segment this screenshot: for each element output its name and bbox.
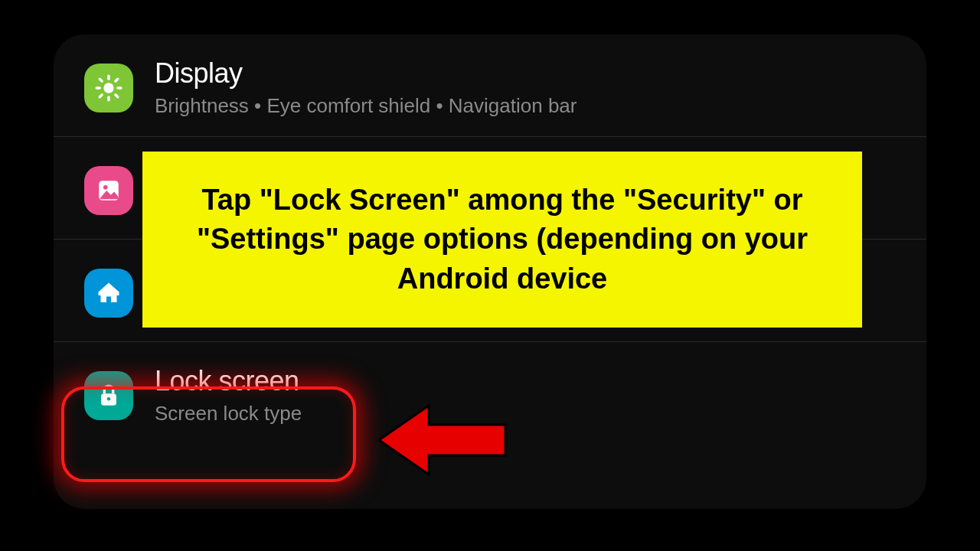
svg-line-7 xyxy=(100,94,102,96)
svg-point-12 xyxy=(107,396,111,400)
svg-point-0 xyxy=(103,83,113,93)
settings-item-text: Display Brightness • Eye comfort shield … xyxy=(155,57,577,118)
wallpaper-icon xyxy=(84,166,133,215)
brightness-icon xyxy=(84,64,133,112)
settings-item-title: Lock screen xyxy=(155,365,302,397)
callout-text: Tap "Lock Screen" among the "Security" o… xyxy=(173,181,831,298)
svg-line-5 xyxy=(100,79,102,81)
lock-icon xyxy=(84,371,133,420)
settings-item-subtitle: Screen lock type xyxy=(155,402,302,425)
home-icon xyxy=(84,269,133,318)
svg-line-8 xyxy=(116,79,118,81)
settings-item-title: Display xyxy=(155,57,577,90)
settings-item-subtitle: Brightness • Eye comfort shield • Naviga… xyxy=(155,94,577,118)
settings-item-display[interactable]: Display Brightness • Eye comfort shield … xyxy=(54,34,926,137)
svg-line-6 xyxy=(116,94,118,96)
settings-item-lock-screen[interactable]: Lock screen Screen lock type xyxy=(54,342,926,444)
settings-item-text: Lock screen Screen lock type xyxy=(155,365,302,425)
instruction-callout: Tap "Lock Screen" among the "Security" o… xyxy=(142,152,862,328)
svg-point-10 xyxy=(103,184,108,189)
